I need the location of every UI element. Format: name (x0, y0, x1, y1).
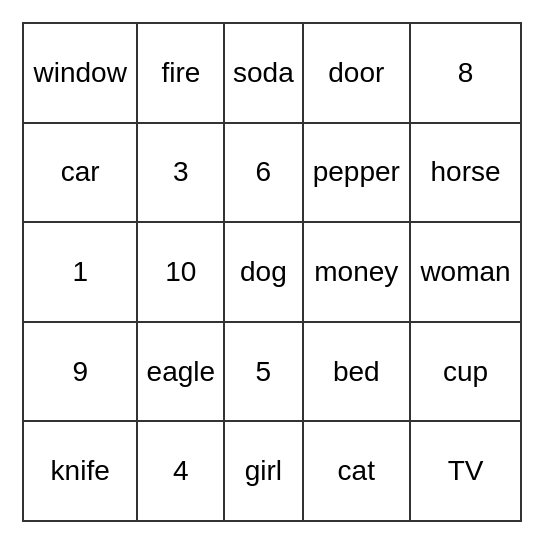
cell-2-4: woman (410, 222, 521, 322)
cell-0-2: soda (224, 23, 302, 123)
cell-0-0: window (23, 23, 137, 123)
cell-2-0: 1 (23, 222, 137, 322)
cell-2-3: money (303, 222, 411, 322)
cell-3-1: eagle (137, 322, 224, 422)
cell-4-4: TV (410, 421, 521, 521)
cell-2-1: 10 (137, 222, 224, 322)
cell-4-2: girl (224, 421, 302, 521)
cell-1-0: car (23, 123, 137, 223)
cell-1-3: pepper (303, 123, 411, 223)
cell-2-2: dog (224, 222, 302, 322)
cell-4-3: cat (303, 421, 411, 521)
cell-1-2: 6 (224, 123, 302, 223)
cell-4-1: 4 (137, 421, 224, 521)
cell-0-1: fire (137, 23, 224, 123)
bingo-grid: windowfiresodadoor8car36pepperhorse110do… (22, 22, 522, 522)
cell-1-1: 3 (137, 123, 224, 223)
cell-3-0: 9 (23, 322, 137, 422)
cell-1-4: horse (410, 123, 521, 223)
cell-3-3: bed (303, 322, 411, 422)
cell-0-3: door (303, 23, 411, 123)
cell-4-0: knife (23, 421, 137, 521)
cell-0-4: 8 (410, 23, 521, 123)
cell-3-4: cup (410, 322, 521, 422)
cell-3-2: 5 (224, 322, 302, 422)
